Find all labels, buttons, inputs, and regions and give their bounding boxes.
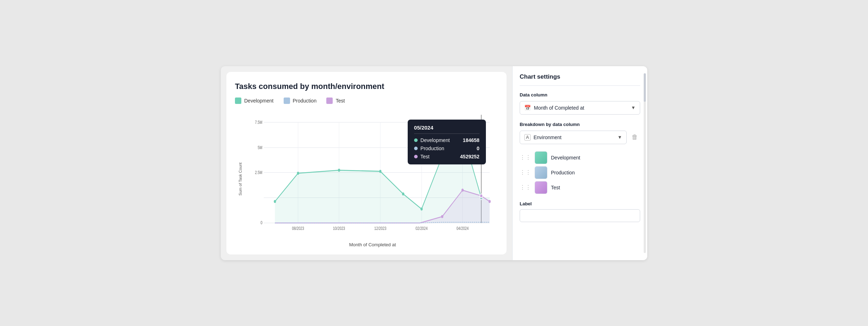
data-column-value: Month of Completed at — [534, 105, 584, 111]
color-item-test: ⋮⋮ Test — [520, 181, 640, 194]
svg-point-33 — [480, 194, 483, 198]
scrollbar-track — [644, 73, 646, 253]
legend-label-production: Production — [293, 98, 317, 104]
drag-handle-test[interactable]: ⋮⋮ — [520, 184, 531, 191]
x-axis-label: Month of Completed at — [247, 242, 498, 247]
text-icon: A — [524, 134, 531, 141]
main-container: Tasks consumed by month/environment Deve… — [221, 66, 647, 260]
drag-handle-development[interactable]: ⋮⋮ — [520, 154, 531, 161]
svg-point-28 — [461, 131, 464, 134]
breakdown-row: A Environment ▼ 🗑 — [520, 131, 640, 144]
breakdown-value: Environment — [534, 135, 562, 140]
svg-point-21 — [274, 200, 276, 203]
legend-color-development — [235, 98, 241, 104]
breakdown-section-label: Breakdown by data column — [520, 122, 640, 127]
svg-point-24 — [379, 170, 381, 173]
data-column-dropdown-wrapper: 📅 Month of Completed at ▼ — [520, 101, 640, 115]
scrollbar-thumb[interactable] — [644, 73, 646, 102]
color-item-label-production: Production — [551, 170, 575, 175]
svg-text:7.5M: 7.5M — [255, 120, 262, 125]
chart-settings-sidebar: Chart settings Data column 📅 Month of Co… — [512, 66, 647, 260]
legend-item-production: Production — [284, 98, 317, 104]
label-input[interactable] — [520, 209, 640, 222]
svg-text:2.5M: 2.5M — [255, 170, 262, 175]
svg-text:5M: 5M — [258, 145, 262, 150]
svg-text:12/2023: 12/2023 — [374, 226, 386, 231]
data-column-section-label: Data column — [520, 92, 640, 98]
chart-svg-area: 7.5M 5M 2.5M 0 08/2023 10/2023 12/2023 0… — [247, 111, 498, 239]
legend-item-development: Development — [235, 98, 274, 104]
legend-item-test: Test — [326, 98, 345, 104]
svg-point-27 — [441, 154, 443, 157]
svg-point-32 — [461, 189, 464, 191]
svg-text:02/2024: 02/2024 — [416, 226, 428, 231]
chart-panel: Tasks consumed by month/environment Deve… — [226, 72, 507, 254]
calendar-icon: 📅 — [524, 105, 531, 111]
breakdown-dropdown[interactable]: A Environment ▼ — [520, 131, 627, 144]
chart-title: Tasks consumed by month/environment — [235, 82, 498, 91]
legend-color-production — [284, 98, 290, 104]
chart-legend: Development Production Test — [235, 98, 498, 104]
color-item-label-test: Test — [551, 185, 560, 190]
svg-point-22 — [297, 172, 299, 174]
color-swatch-development[interactable] — [535, 151, 547, 164]
color-swatch-test[interactable] — [535, 181, 547, 194]
svg-point-26 — [420, 207, 423, 210]
svg-text:04/2024: 04/2024 — [456, 226, 468, 231]
svg-text:10/2023: 10/2023 — [333, 226, 345, 231]
color-item-label-development: Development — [551, 155, 580, 161]
color-swatch-production[interactable] — [535, 166, 547, 179]
color-item-production: ⋮⋮ Production — [520, 166, 640, 179]
data-column-dropdown[interactable]: 📅 Month of Completed at ▼ — [520, 101, 640, 115]
color-item-development: ⋮⋮ Development — [520, 151, 640, 164]
legend-label-test: Test — [336, 98, 345, 104]
drag-handle-production[interactable]: ⋮⋮ — [520, 169, 531, 176]
legend-label-development: Development — [244, 98, 274, 104]
legend-color-test — [326, 98, 333, 104]
svg-text:0: 0 — [261, 220, 262, 225]
svg-point-34 — [488, 200, 491, 203]
svg-point-23 — [338, 169, 340, 172]
label-section-label: Label — [520, 201, 640, 206]
sidebar-title: Chart settings — [520, 73, 640, 86]
color-items-list: ⋮⋮ Development ⋮⋮ Production ⋮⋮ Test — [520, 151, 640, 194]
breakdown-dropdown-arrow-icon: ▼ — [617, 135, 622, 140]
dropdown-arrow-icon: ▼ — [631, 105, 636, 110]
svg-point-31 — [441, 215, 443, 218]
svg-text:08/2023: 08/2023 — [292, 226, 304, 231]
y-axis-label: Sum of Task Count — [238, 158, 242, 200]
svg-point-25 — [402, 192, 404, 195]
delete-breakdown-button[interactable]: 🗑 — [629, 131, 640, 143]
